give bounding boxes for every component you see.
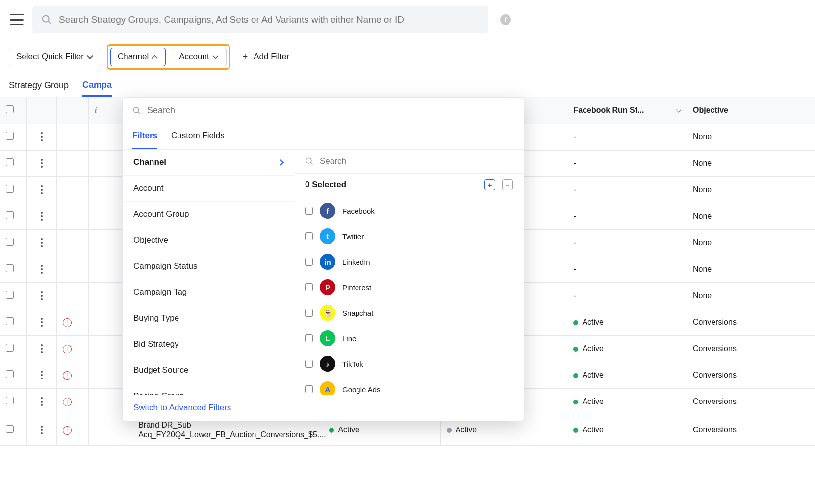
row-checkbox[interactable] bbox=[0, 362, 26, 388]
fb-run-status-cell: - bbox=[567, 124, 687, 150]
dropdown-search-input[interactable] bbox=[147, 105, 514, 116]
filter-option-row[interactable]: P Pinterest bbox=[305, 275, 513, 300]
add-filter-button[interactable]: + Add Filter bbox=[236, 48, 296, 66]
options-search[interactable] bbox=[294, 150, 524, 174]
row-kebab-menu[interactable] bbox=[26, 335, 56, 362]
row-kebab-menu[interactable] bbox=[26, 282, 56, 309]
filter-category-item[interactable]: Pacing Group bbox=[123, 383, 294, 395]
row-error-cell bbox=[56, 256, 88, 282]
filter-bar: Select Quick Filter Channel Account + Ad… bbox=[0, 39, 815, 75]
google-ads-icon: A bbox=[320, 381, 335, 395]
option-checkbox[interactable] bbox=[305, 207, 313, 215]
row-kebab-menu[interactable] bbox=[26, 362, 56, 388]
options-search-input[interactable] bbox=[320, 156, 513, 166]
channel-filter-button[interactable]: Channel bbox=[110, 48, 166, 66]
exclude-mode-button[interactable]: − bbox=[502, 179, 513, 190]
row-checkbox[interactable] bbox=[0, 388, 26, 415]
row-kebab-menu[interactable] bbox=[26, 309, 56, 335]
option-checkbox[interactable] bbox=[305, 360, 313, 368]
objective-cell: Conversions bbox=[687, 335, 815, 362]
linkedin-icon: in bbox=[320, 254, 335, 270]
tab-strategy-group[interactable]: Strategy Group bbox=[9, 76, 69, 96]
row-kebab-menu[interactable] bbox=[26, 388, 56, 415]
info-icon[interactable]: i bbox=[500, 14, 511, 25]
row-checkbox[interactable] bbox=[0, 282, 26, 309]
row-kebab-menu[interactable] bbox=[26, 150, 56, 176]
dropdown-search[interactable] bbox=[123, 98, 524, 124]
row-checkbox[interactable] bbox=[0, 229, 26, 256]
error-icon[interactable]: ! bbox=[63, 426, 72, 435]
filter-option-row[interactable]: in LinkedIn bbox=[305, 249, 513, 275]
dropdown-tab-custom-fields[interactable]: Custom Fields bbox=[171, 124, 225, 149]
option-label: Google Ads bbox=[342, 385, 381, 394]
chevron-down-icon bbox=[213, 54, 219, 60]
objective-cell: None bbox=[687, 176, 815, 203]
error-icon[interactable]: ! bbox=[63, 398, 72, 406]
error-icon[interactable]: ! bbox=[63, 318, 72, 327]
filter-option-row[interactable]: ♪ TikTok bbox=[305, 351, 513, 377]
option-checkbox[interactable] bbox=[305, 283, 313, 291]
filter-option-row[interactable]: 👻 Snapchat bbox=[305, 300, 513, 326]
filter-category-item[interactable]: Campaign Tag bbox=[123, 279, 294, 305]
row-kebab-menu[interactable] bbox=[26, 415, 56, 446]
row-checkbox[interactable] bbox=[0, 150, 26, 176]
fb-run-status-header[interactable]: Facebook Run St... bbox=[567, 97, 687, 124]
filter-category-item[interactable]: Objective bbox=[123, 227, 294, 253]
quick-filter-label: Select Quick Filter bbox=[16, 52, 84, 62]
filter-option-row[interactable]: t Twitter bbox=[305, 224, 513, 249]
row-kebab-menu[interactable] bbox=[26, 176, 56, 203]
fb-run-status-cell: Active bbox=[567, 415, 687, 446]
row-error-cell: ! bbox=[56, 415, 88, 446]
row-checkbox[interactable] bbox=[0, 124, 26, 150]
row-error-cell bbox=[56, 229, 88, 256]
filter-category-item[interactable]: Campaign Status bbox=[123, 253, 294, 279]
entity-tabs: Strategy Group Campa bbox=[0, 75, 815, 97]
objective-cell: Conversions bbox=[687, 415, 815, 446]
include-mode-button[interactable]: + bbox=[484, 179, 495, 190]
dropdown-tab-filters[interactable]: Filters bbox=[132, 124, 157, 149]
fb-run-status-cell: - bbox=[567, 256, 687, 282]
row-checkbox[interactable] bbox=[0, 309, 26, 335]
row-kebab-menu[interactable] bbox=[26, 203, 56, 229]
account-filter-button[interactable]: Account bbox=[172, 48, 226, 66]
row-checkbox[interactable] bbox=[0, 176, 26, 203]
filter-highlight-group: Channel Account bbox=[107, 44, 230, 70]
error-icon[interactable]: ! bbox=[63, 371, 72, 380]
filter-category-item[interactable]: Account bbox=[123, 176, 294, 202]
option-checkbox[interactable] bbox=[305, 309, 313, 317]
select-all-header[interactable] bbox=[0, 97, 26, 124]
row-kebab-menu[interactable] bbox=[26, 124, 56, 150]
filter-option-row[interactable]: f Facebook bbox=[305, 198, 513, 224]
filter-category-item[interactable]: Bid Strategy bbox=[123, 331, 294, 357]
tab-campaign[interactable]: Campa bbox=[82, 75, 112, 97]
filter-category-item[interactable]: Account Group bbox=[123, 202, 294, 227]
filter-option-row[interactable]: A Google Ads bbox=[305, 377, 513, 395]
hamburger-icon[interactable] bbox=[10, 14, 24, 25]
row-checkbox[interactable] bbox=[0, 256, 26, 282]
row-checkbox[interactable] bbox=[0, 203, 26, 229]
row-checkbox[interactable] bbox=[0, 415, 26, 446]
option-checkbox[interactable] bbox=[305, 232, 313, 240]
filter-option-row[interactable]: L Line bbox=[305, 326, 513, 351]
row-error-cell bbox=[56, 124, 88, 150]
option-checkbox[interactable] bbox=[305, 385, 313, 393]
option-checkbox[interactable] bbox=[305, 258, 313, 266]
fb-run-status-cell: - bbox=[567, 282, 687, 309]
global-search[interactable] bbox=[32, 6, 488, 33]
error-icon[interactable]: ! bbox=[63, 345, 72, 353]
filter-category-item[interactable]: Budget Source bbox=[123, 357, 294, 383]
filter-options-list: f Facebook t Twitter in LinkedIn P Pinte… bbox=[294, 196, 524, 395]
switch-advanced-filters-link[interactable]: Switch to Advanced Filters bbox=[133, 403, 231, 412]
add-filter-label: Add Filter bbox=[254, 52, 289, 62]
row-kebab-menu[interactable] bbox=[26, 229, 56, 256]
quick-filter-button[interactable]: Select Quick Filter bbox=[9, 48, 101, 66]
row-error-cell: ! bbox=[56, 362, 88, 388]
filter-category-item[interactable]: Channel bbox=[123, 150, 294, 176]
option-checkbox[interactable] bbox=[305, 334, 313, 342]
filter-category-item[interactable]: Buying Type bbox=[123, 305, 294, 331]
plus-icon: + bbox=[243, 52, 248, 62]
row-checkbox[interactable] bbox=[0, 335, 26, 362]
objective-header[interactable]: Objective bbox=[687, 97, 815, 124]
row-kebab-menu[interactable] bbox=[26, 256, 56, 282]
search-input[interactable] bbox=[59, 14, 480, 25]
